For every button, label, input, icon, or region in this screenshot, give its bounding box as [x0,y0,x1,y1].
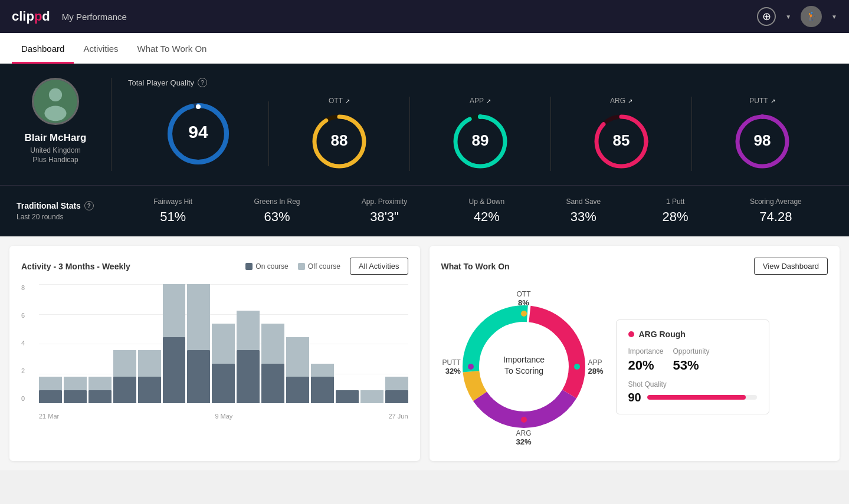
bar-on [336,390,359,403]
bar-on [237,350,260,403]
bar-group [187,284,210,403]
quality-label: Total Player Quality ? [128,78,832,87]
work-on-card: What To Work On View Dashboard Importanc [430,246,840,461]
app-circle: APP ↗ 89 [410,97,551,171]
stat-1putt: 1 Putt 28% [663,197,689,225]
bottom-section: Activity - 3 Months - Weekly On course O… [0,236,849,470]
work-on-body: Importance To Scoring OTT 8% APP 28% [441,284,828,449]
arg-rough-info-card: ARG Rough Importance 20% Opportunity 53%… [616,319,769,414]
svg-point-29 [521,311,527,317]
avatar[interactable]: 🏌 [801,6,822,27]
trad-info-icon[interactable]: ? [84,201,94,210]
bar-off [163,284,186,337]
bar-off [237,311,260,350]
shot-quality-fill [647,395,746,400]
add-chevron: ▼ [785,14,791,20]
header: clippd My Performance ⊕ ▼ 🏌 ▼ [0,0,849,33]
svg-point-2 [45,106,67,121]
bar-off [64,377,87,390]
ott-circle: OTT ↗ 88 [269,97,410,171]
legend-on-dot [245,263,253,270]
svg-point-1 [49,88,62,101]
player-country: United Kingdom [30,146,80,154]
bar-group [113,284,136,403]
bar-chart-area [39,284,408,403]
legend-on-course: On course [245,262,288,271]
add-button[interactable]: ⊕ [757,7,776,26]
ott-arrow: ↗ [345,98,350,104]
bar-off [138,350,161,377]
quality-info-icon[interactable]: ? [198,78,207,87]
bar-group [360,284,383,403]
svg-point-32 [468,364,474,370]
chart-legend: On course Off course [245,262,340,271]
activity-chart-title: Activity - 3 Months - Weekly [21,262,130,271]
bar-on [286,377,309,403]
ott-segment-label: OTT 8% [517,290,531,307]
bar-on [385,390,408,403]
bar-on [187,350,210,403]
activity-card: Activity - 3 Months - Weekly On course O… [9,246,420,461]
bar-off [212,324,235,363]
bar-on [212,364,235,403]
bar-off [39,377,62,390]
donut-chart: Importance To Scoring OTT 8% APP 28% [441,284,607,449]
svg-text:88: 88 [331,131,348,149]
bar-on [138,377,161,403]
bar-off [360,390,383,403]
bar-on [261,364,284,403]
bar-off [286,337,309,377]
svg-point-31 [521,417,527,423]
tab-activities[interactable]: Activities [74,33,127,64]
app-arrow: ↗ [486,98,491,104]
y-axis: 8 6 4 2 0 [21,284,28,402]
main-score-circle: 94 [128,101,269,166]
svg-text:To Scoring: To Scoring [504,366,543,375]
bar-off [261,324,284,363]
bar-on [39,390,62,403]
header-title: My Performance [62,12,127,22]
bar-on [163,337,186,403]
stat-up-down: Up & Down 42% [469,197,505,225]
bar-off [311,364,334,377]
trad-sublabel: Last 20 rounds [17,213,123,221]
stat-sand-save: Sand Save 33% [566,197,601,225]
stats-panel: Blair McHarg United Kingdom Plus Handica… [0,64,849,185]
bar-group [138,284,161,403]
opportunity-metric: Opportunity 53% [673,347,710,373]
logo[interactable]: clippd [12,9,50,24]
header-left: clippd My Performance [12,9,127,24]
quality-section: Total Player Quality ? 94 OTT ↗ [111,78,832,171]
work-on-header: What To Work On View Dashboard [441,258,828,275]
player-name: Blair McHarg [25,132,87,144]
bar-group [212,284,235,403]
svg-point-5 [196,104,201,109]
red-dot-icon [628,331,634,337]
legend-off-course: Off course [298,262,340,271]
header-right: ⊕ ▼ 🏌 ▼ [757,6,837,27]
tab-dashboard[interactable]: Dashboard [12,33,74,64]
arg-segment-label: ARG 32% [516,429,531,446]
bar-on [88,390,112,403]
trad-label: Traditional Stats ? [17,201,123,210]
shot-quality-value: 90 [628,391,641,404]
putt-arrow: ↗ [771,98,775,104]
stat-fairways: Fairways Hit 51% [153,197,192,225]
player-avatar [32,78,79,125]
putt-label: PUTT ↗ [749,97,775,105]
all-activities-button[interactable]: All Activities [350,258,408,275]
stat-scoring-avg: Scoring Average 74.28 [750,197,802,225]
view-dashboard-button[interactable]: View Dashboard [754,258,828,275]
bar-on [311,377,334,403]
bar-off [187,284,210,350]
putt-circle: PUTT ↗ 98 [692,97,832,171]
donut-svg: Importance To Scoring [441,284,607,449]
svg-text:94: 94 [188,122,208,141]
arg-arrow: ↗ [628,98,632,104]
tab-what-to-work-on[interactable]: What To Work On [128,33,217,64]
bar-off [385,377,408,390]
svg-point-16 [644,139,648,144]
bar-off [88,377,112,390]
trad-label-section: Traditional Stats ? Last 20 rounds [17,201,123,221]
shot-quality-bar [647,395,757,400]
